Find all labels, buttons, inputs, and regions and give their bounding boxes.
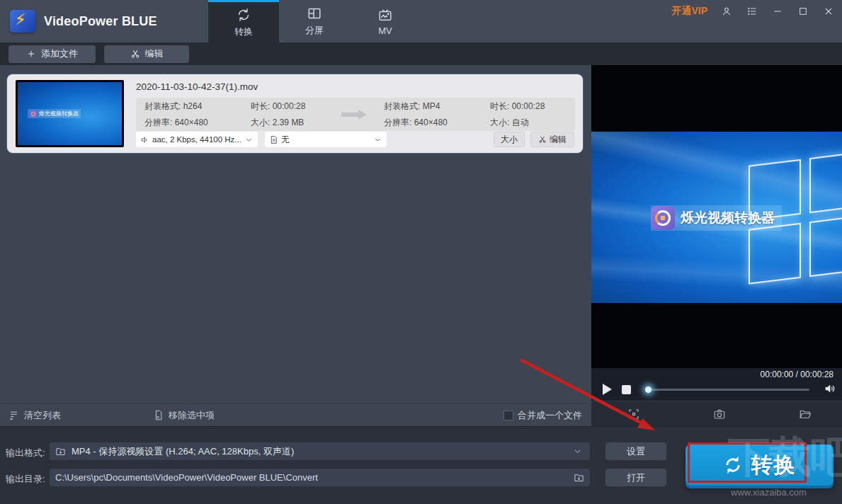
audio-track-value: aac, 2 Kbps, 44100 Hz... [152, 135, 241, 144]
merge-checkbox[interactable] [504, 411, 513, 420]
chevron-down-icon [572, 446, 583, 457]
thumbnail-overlay: 烁光视频转换器 [28, 109, 81, 118]
edit-label: 编辑 [145, 47, 164, 60]
account-icon[interactable] [720, 5, 733, 18]
convert-refresh-icon [723, 455, 743, 475]
remove-selected-label: 移除选中项 [169, 409, 215, 422]
tab-split-screen[interactable]: 分屏 [279, 0, 350, 42]
edit-file-button[interactable]: 编辑 [530, 132, 574, 147]
size-button-label: 大小 [501, 134, 518, 146]
settings-label: 设置 [627, 445, 645, 458]
app-window: ⚡ VideoPower BLUE 转换 分屏 [0, 0, 842, 504]
file-options-row: aac, 2 Kbps, 44100 Hz... 无 大小 编辑 [136, 132, 574, 147]
chevron-down-icon [373, 135, 382, 144]
add-file-button[interactable]: 添加文件 [8, 45, 96, 63]
tab-convert[interactable]: 转换 [208, 0, 279, 42]
video-overlay-badge: 烁光视频转换器 [651, 205, 782, 231]
refresh-icon [236, 7, 251, 23]
subtitle-select[interactable]: 无 [265, 132, 387, 147]
browse-folder-icon[interactable] [574, 472, 584, 483]
settings-button[interactable]: 设置 [605, 442, 666, 460]
scissors-icon [538, 135, 547, 144]
clear-list-button[interactable]: 清空列表 [8, 409, 61, 422]
video-frame: 烁光视频转换器 [591, 132, 842, 303]
output-format-label: 输出格式: [6, 447, 45, 459]
output-dir-label: 输出目录: [6, 473, 45, 486]
open-label: 打开 [627, 471, 645, 484]
add-file-label: 添加文件 [41, 47, 78, 60]
speaker-icon [140, 135, 149, 144]
convert-button[interactable]: 转换 [685, 445, 834, 486]
file-info-box: 封装格式: h264 时长: 00:00:28 分辨率: 640×480 大小:… [136, 98, 575, 131]
titlebar-controls: 开通VIP [671, 0, 835, 23]
merge-label: 合并成一个文件 [518, 409, 582, 422]
seek-slider[interactable] [645, 389, 809, 391]
video-screen[interactable]: 烁光视频转换器 [591, 65, 842, 368]
maximize-button[interactable] [797, 5, 809, 18]
video-thumbnail: 烁光视频转换器 [16, 80, 124, 147]
scissors-icon [130, 49, 140, 59]
converter-app-icon [651, 206, 675, 230]
preview-panel: 烁光视频转换器 00:00:00 / 00:00:28 [591, 65, 842, 426]
plus-icon [26, 49, 36, 59]
tab-label: 转换 [234, 25, 253, 38]
clear-list-label: 清空列表 [24, 409, 61, 422]
file-toolbar: 添加文件 编辑 [0, 42, 842, 65]
size-button[interactable]: 大小 [494, 132, 525, 147]
snapshot-bar [591, 401, 842, 426]
snapshot-camera-button[interactable] [713, 408, 726, 423]
tab-label: MV [378, 25, 392, 36]
tab-mv[interactable]: MV [350, 0, 421, 42]
main-tabs: 转换 分屏 MV [208, 0, 421, 42]
output-format-value: MP4 - 保持源视频设置 (H.264; AAC, 128Kbps, 双声道) [72, 445, 294, 458]
convert-direction-arrow-icon [341, 110, 365, 120]
title-bar: ⚡ VideoPower BLUE 转换 分屏 [0, 0, 842, 42]
split-screen-icon [307, 6, 322, 21]
remove-selected-button[interactable]: 移除选中项 [153, 409, 215, 422]
video-overlay-text: 烁光视频转换器 [681, 209, 775, 227]
open-button[interactable]: 打开 [605, 469, 666, 486]
vip-link[interactable]: 开通VIP [671, 5, 707, 18]
output-dir-field [50, 469, 590, 486]
player-bar: 00:00:00 / 00:00:28 [591, 368, 842, 401]
list-actions-bar: 清空列表 移除选中项 合并成一个文件 [0, 403, 591, 426]
volume-button[interactable] [824, 382, 836, 398]
output-dir-input[interactable] [50, 472, 574, 483]
audio-track-select[interactable]: aac, 2 Kbps, 44100 Hz... [136, 132, 258, 147]
output-format-select[interactable]: MP4 - 保持源视频设置 (H.264; AAC, 128Kbps, 双声道) [50, 442, 590, 460]
file-item[interactable]: 烁光视频转换器 2020-11-03-10-42-37(1).mov 封装格式:… [7, 74, 583, 153]
app-logo-icon: ⚡ [10, 10, 35, 33]
playback-time: 00:00:00 / 00:00:28 [761, 370, 834, 379]
close-button[interactable] [822, 5, 835, 18]
converter-app-icon [30, 110, 37, 118]
output-panel: 输出格式: MP4 - 保持源视频设置 (H.264; AAC, 128Kbps… [0, 426, 842, 504]
app-title: VideoPower BLUE [44, 14, 157, 29]
clear-list-icon [8, 410, 19, 420]
tv-icon [377, 7, 393, 23]
chevron-down-icon [244, 135, 254, 144]
format-folder-icon [55, 446, 66, 457]
play-button[interactable] [603, 384, 612, 395]
file-name: 2020-11-03-10-42-37(1).mov [136, 81, 258, 92]
thumbnail-overlay-text: 烁光视频转换器 [39, 110, 79, 118]
edit-file-label: 编辑 [550, 134, 567, 146]
edit-button[interactable]: 编辑 [104, 45, 189, 63]
file-list: 烁光视频转换器 2020-11-03-10-42-37(1).mov 封装格式:… [0, 65, 591, 426]
stop-button[interactable] [622, 385, 631, 394]
tab-label: 分屏 [305, 24, 324, 37]
fullscreen-crop-button[interactable] [627, 408, 640, 423]
source-info: 封装格式: h264 时长: 00:00:28 分辨率: 640×480 大小:… [144, 101, 336, 129]
convert-label: 转换 [751, 451, 797, 480]
open-snapshot-folder-button[interactable] [799, 408, 812, 423]
menu-icon[interactable] [746, 5, 758, 18]
target-info: 封装格式: MP4 时长: 00:00:28 分辨率: 640×480 大小: … [384, 101, 575, 129]
seek-thumb[interactable] [645, 386, 652, 393]
subtitle-file-icon [269, 135, 278, 144]
subtitle-value: 无 [281, 134, 290, 145]
remove-file-icon [153, 410, 164, 420]
minimize-button[interactable] [771, 5, 784, 18]
merge-option: 合并成一个文件 [504, 409, 582, 422]
